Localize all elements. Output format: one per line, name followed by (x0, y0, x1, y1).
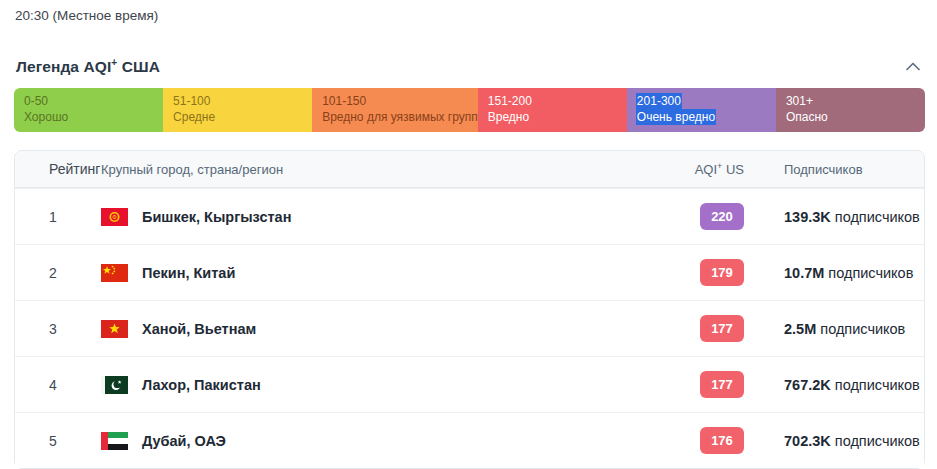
selected-text: 201-300 (636, 93, 682, 109)
city-link[interactable]: Дубай, ОАЭ (142, 433, 226, 449)
aqi-badge: 176 (700, 427, 744, 454)
ranking-table: Рейтинг Крупный город, страна/регион AQI… (14, 150, 925, 469)
followers-column-header[interactable]: Подписчиков (772, 162, 924, 177)
city-cell: Пекин, Китай (101, 264, 652, 282)
city-column-header[interactable]: Крупный город, страна/регион (101, 162, 652, 177)
legend-segment-unhealthy: 151-200 Вредно (478, 88, 627, 132)
followers-cell: 10.7M подписчиков (772, 265, 924, 281)
table-row[interactable]: 5 Дубай, ОАЭ 176 702.3K подписчиков (15, 412, 924, 468)
rank-cell: 1 (15, 209, 101, 225)
pakistan-flag-icon (101, 376, 128, 394)
followers-cell: 767.2K подписчиков (772, 377, 924, 393)
rank-cell: 3 (15, 321, 101, 337)
selected-text: Очень вредно (636, 109, 716, 125)
kyrgyzstan-flag-icon (101, 208, 128, 226)
legend-range: 101-150 (322, 93, 478, 109)
city-link[interactable]: Бишкек, Кыргызстан (142, 209, 291, 225)
aqi-badge: 179 (700, 259, 744, 286)
legend-segment-very-unhealthy: 201-300 Очень вредно (627, 88, 776, 132)
table-header-row: Рейтинг Крупный город, страна/регион AQI… (15, 151, 924, 188)
legend-range: 301+ (786, 93, 925, 109)
legend-range: 51-100 (173, 93, 312, 109)
legend-range: 0-50 (24, 93, 163, 109)
legend-segment-moderate: 51-100 Средне (163, 88, 312, 132)
city-link[interactable]: Пекин, Китай (142, 265, 235, 281)
page: 20:30 (Местное время) Легенда AQI+ США 0… (0, 0, 937, 469)
legend-title: Легенда AQI+ США (16, 57, 160, 76)
followers-cell: 702.3K подписчиков (772, 433, 924, 449)
legend-label: Средне (173, 109, 312, 125)
aqi-legend-bar: 0-50 Хорошо 51-100 Средне 101-150 Вредно… (14, 88, 925, 132)
legend-label: Опасно (786, 109, 925, 125)
legend-segment-good: 0-50 Хорошо (14, 88, 163, 132)
legend-header: Легенда AQI+ США (16, 57, 923, 76)
aqi-badge: 177 (700, 315, 744, 342)
legend-segment-sensitive: 101-150 Вредно для уязвимых групп (312, 88, 478, 132)
city-link[interactable]: Лахор, Пакистан (142, 377, 261, 393)
legend-label: Вредно для уязвимых групп (322, 109, 478, 125)
rank-cell: 2 (15, 265, 101, 281)
followers-cell: 139.3K подписчиков (772, 209, 924, 225)
table-row[interactable]: 3 Ханой, Вьетнам 177 2.5M подписчиков (15, 300, 924, 356)
local-time-text: 20:30 (Местное время) (15, 8, 158, 23)
legend-segment-hazardous: 301+ Опасно (776, 88, 925, 132)
rank-column-header[interactable]: Рейтинг (15, 161, 101, 177)
table-row[interactable]: 4 Лахор, Пакистан 177 767.2K подписчиков (15, 356, 924, 412)
chevron-up-icon[interactable] (903, 58, 923, 76)
legend-label: Вредно (488, 109, 627, 125)
rank-cell: 5 (15, 433, 101, 449)
aqi-badge: 177 (700, 371, 744, 398)
city-cell: Бишкек, Кыргызстан (101, 208, 652, 226)
table-row[interactable]: 1 Бишкек, Кыргызстан 220 139.3K подписчи… (15, 188, 924, 244)
uae-flag-icon (101, 432, 128, 450)
city-cell: Дубай, ОАЭ (101, 432, 652, 450)
legend-range: 151-200 (488, 93, 627, 109)
legend-label: Хорошо (24, 109, 163, 125)
vietnam-flag-icon (101, 320, 128, 338)
china-flag-icon (101, 264, 128, 282)
city-cell: Ханой, Вьетнам (101, 320, 652, 338)
table-row[interactable]: 2 Пекин, Китай 179 10.7M подписчиков (15, 244, 924, 300)
city-link[interactable]: Ханой, Вьетнам (142, 321, 256, 337)
followers-cell: 2.5M подписчиков (772, 321, 924, 337)
aqi-badge: 220 (700, 203, 744, 230)
aqi-column-header[interactable]: AQI+ US (652, 161, 772, 177)
rank-cell: 4 (15, 377, 101, 393)
city-cell: Лахор, Пакистан (101, 376, 652, 394)
